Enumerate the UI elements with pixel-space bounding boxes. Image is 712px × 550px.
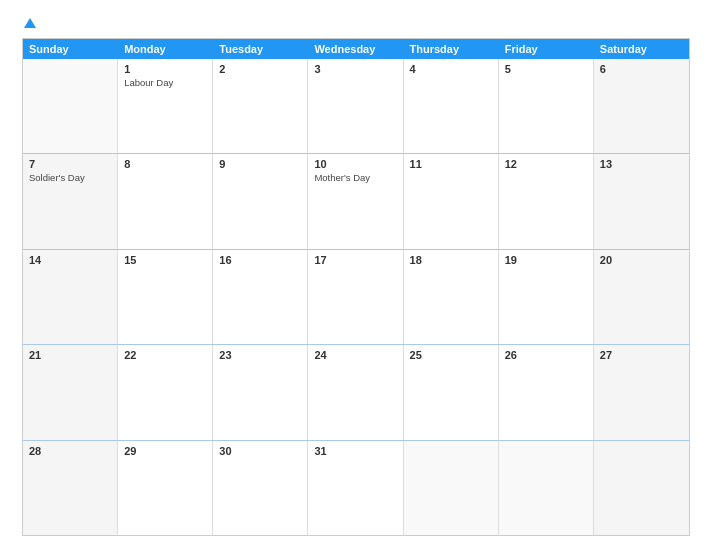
- logo: [22, 18, 36, 28]
- calendar-page: SundayMondayTuesdayWednesdayThursdayFrid…: [0, 0, 712, 550]
- header-day-thursday: Thursday: [404, 39, 499, 59]
- day-number: 16: [219, 254, 301, 266]
- day-number: 6: [600, 63, 683, 75]
- calendar-cell: 6: [594, 59, 689, 153]
- holiday-label: Mother's Day: [314, 172, 396, 183]
- day-number: 7: [29, 158, 111, 170]
- calendar-cell: 30: [213, 441, 308, 535]
- header-day-tuesday: Tuesday: [213, 39, 308, 59]
- calendar-cell: 29: [118, 441, 213, 535]
- calendar-cell: [404, 441, 499, 535]
- day-number: 24: [314, 349, 396, 361]
- day-number: 15: [124, 254, 206, 266]
- day-number: 25: [410, 349, 492, 361]
- header-day-monday: Monday: [118, 39, 213, 59]
- header-day-sunday: Sunday: [23, 39, 118, 59]
- calendar-cell: 11: [404, 154, 499, 248]
- holiday-label: Labour Day: [124, 77, 206, 88]
- calendar-cell: 22: [118, 345, 213, 439]
- header-day-saturday: Saturday: [594, 39, 689, 59]
- calendar-cell: 1Labour Day: [118, 59, 213, 153]
- day-number: 14: [29, 254, 111, 266]
- calendar-week-5: 28293031: [23, 441, 689, 535]
- calendar-week-1: 1Labour Day23456: [23, 59, 689, 154]
- day-number: 19: [505, 254, 587, 266]
- day-number: 3: [314, 63, 396, 75]
- day-number: 1: [124, 63, 206, 75]
- day-number: 12: [505, 158, 587, 170]
- calendar-cell: 12: [499, 154, 594, 248]
- day-number: 30: [219, 445, 301, 457]
- calendar-cell: 16: [213, 250, 308, 344]
- calendar-cell: 4: [404, 59, 499, 153]
- calendar-week-3: 14151617181920: [23, 250, 689, 345]
- calendar-cell: 9: [213, 154, 308, 248]
- calendar-cell: 21: [23, 345, 118, 439]
- calendar-cell: [499, 441, 594, 535]
- calendar-week-2: 7Soldier's Day8910Mother's Day111213: [23, 154, 689, 249]
- calendar-cell: 3: [308, 59, 403, 153]
- calendar-cell: 10Mother's Day: [308, 154, 403, 248]
- header-day-wednesday: Wednesday: [308, 39, 403, 59]
- calendar-cell: 23: [213, 345, 308, 439]
- calendar-week-4: 21222324252627: [23, 345, 689, 440]
- calendar-cell: 28: [23, 441, 118, 535]
- logo-triangle-icon: [24, 18, 36, 28]
- calendar-cell: 13: [594, 154, 689, 248]
- calendar-cell: 2: [213, 59, 308, 153]
- calendar-cell: 15: [118, 250, 213, 344]
- day-number: 21: [29, 349, 111, 361]
- day-number: 31: [314, 445, 396, 457]
- day-number: 18: [410, 254, 492, 266]
- day-number: 10: [314, 158, 396, 170]
- day-number: 27: [600, 349, 683, 361]
- page-header: [22, 18, 690, 28]
- calendar-cell: [594, 441, 689, 535]
- holiday-label: Soldier's Day: [29, 172, 111, 183]
- calendar-cell: 17: [308, 250, 403, 344]
- calendar-cell: 24: [308, 345, 403, 439]
- day-number: 23: [219, 349, 301, 361]
- day-number: 5: [505, 63, 587, 75]
- day-number: 11: [410, 158, 492, 170]
- day-number: 22: [124, 349, 206, 361]
- header-day-friday: Friday: [499, 39, 594, 59]
- day-number: 8: [124, 158, 206, 170]
- day-number: 29: [124, 445, 206, 457]
- calendar-cell: 19: [499, 250, 594, 344]
- calendar-cell: 8: [118, 154, 213, 248]
- calendar-cell: 7Soldier's Day: [23, 154, 118, 248]
- calendar-cell: 26: [499, 345, 594, 439]
- calendar-cell: 31: [308, 441, 403, 535]
- day-number: 13: [600, 158, 683, 170]
- calendar-cell: [23, 59, 118, 153]
- calendar-body: 1Labour Day234567Soldier's Day8910Mother…: [23, 59, 689, 535]
- logo-blue-text: [22, 18, 36, 28]
- calendar-grid: SundayMondayTuesdayWednesdayThursdayFrid…: [22, 38, 690, 536]
- calendar-cell: 14: [23, 250, 118, 344]
- day-number: 28: [29, 445, 111, 457]
- day-number: 9: [219, 158, 301, 170]
- calendar-header: SundayMondayTuesdayWednesdayThursdayFrid…: [23, 39, 689, 59]
- calendar-cell: 18: [404, 250, 499, 344]
- day-number: 17: [314, 254, 396, 266]
- calendar-cell: 5: [499, 59, 594, 153]
- calendar-cell: 20: [594, 250, 689, 344]
- day-number: 20: [600, 254, 683, 266]
- day-number: 4: [410, 63, 492, 75]
- calendar-cell: 25: [404, 345, 499, 439]
- day-number: 2: [219, 63, 301, 75]
- day-number: 26: [505, 349, 587, 361]
- calendar-cell: 27: [594, 345, 689, 439]
